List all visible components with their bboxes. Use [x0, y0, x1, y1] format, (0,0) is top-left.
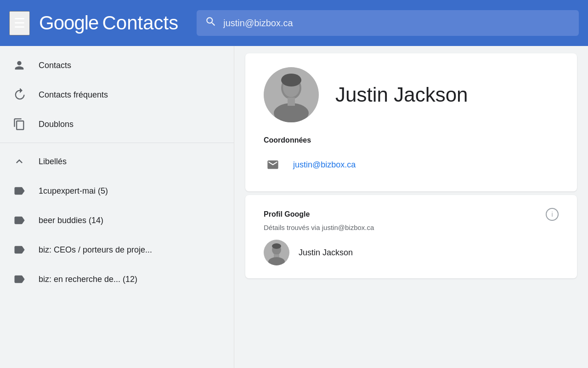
svg-rect-6: [288, 98, 295, 106]
app-logo: Google Contacts: [39, 12, 178, 34]
label-1cupexpert-text: 1cupexpert-mai (5): [39, 186, 108, 196]
logo-google-text: Google: [39, 12, 98, 34]
logo-contacts-text: Contacts: [102, 12, 178, 34]
label-tag-icon-3: [11, 242, 28, 258]
profile-name: Justin Jackson: [299, 248, 353, 258]
svg-point-4: [281, 74, 301, 86]
label-bizrecherche-text: biz: en recherche de... (12): [39, 275, 137, 284]
labels-section-header[interactable]: Libellés: [0, 147, 234, 176]
contact-header: Justin Jackson: [264, 67, 559, 122]
labels-section-label: Libellés: [39, 157, 67, 167]
label-beerbuddies-text: beer buddies (14): [39, 216, 103, 225]
sidebar-item-duplicates[interactable]: Doublons: [0, 109, 234, 139]
search-bar[interactable]: justin@bizbox.ca: [197, 10, 579, 36]
contact-name-wrap: Justin Jackson: [335, 83, 468, 106]
label-tag-icon-2: [11, 212, 28, 229]
sidebar-divider: [0, 143, 234, 143]
sidebar-item-frequent[interactable]: Contacts fréquents: [0, 80, 234, 109]
profile-avatar-small: [264, 240, 289, 265]
coordonnees-title: Coordonnées: [264, 136, 559, 144]
sidebar: Contacts Contacts fréquents Doublons Lib…: [0, 46, 234, 368]
label-tag-icon-4: [11, 271, 28, 288]
email-icon: [264, 155, 282, 174]
sidebar-item-contacts[interactable]: Contacts: [0, 51, 234, 80]
chevron-up-icon: [11, 153, 28, 170]
copy-icon: [11, 116, 28, 132]
label-tag-icon: [11, 183, 28, 199]
google-profile-header: Profil Google i: [264, 208, 559, 221]
contact-detail-panel: Justin Jackson Coordonnées justin@bizbox…: [234, 46, 588, 368]
contact-main-card: Justin Jackson Coordonnées justin@bizbox…: [245, 53, 577, 191]
duplicates-label: Doublons: [39, 120, 74, 129]
info-icon[interactable]: i: [546, 208, 559, 221]
sidebar-label-beerbuddies[interactable]: beer buddies (14): [0, 206, 234, 235]
search-icon: [205, 16, 217, 31]
google-profile-subtitle: Détails trouvés via justin@bizbox.ca: [264, 224, 559, 231]
email-row: justin@bizbox.ca: [264, 152, 559, 178]
menu-button[interactable]: ☰: [9, 11, 30, 35]
hamburger-icon: ☰: [14, 16, 25, 31]
email-link[interactable]: justin@bizbox.ca: [293, 160, 356, 170]
svg-point-5: [274, 103, 309, 122]
main-layout: Contacts Contacts fréquents Doublons Lib…: [0, 46, 588, 368]
google-profile-card: Profil Google i Détails trouvés via just…: [245, 195, 577, 278]
svg-point-9: [272, 243, 281, 249]
history-icon: [11, 86, 28, 103]
sidebar-label-bizrecherche[interactable]: biz: en recherche de... (12): [0, 264, 234, 294]
frequent-label: Contacts fréquents: [39, 90, 108, 100]
search-input-value[interactable]: justin@bizbox.ca: [223, 18, 571, 29]
contacts-icon: [11, 57, 28, 74]
contacts-label: Contacts: [39, 61, 71, 70]
sidebar-label-bizceos[interactable]: biz: CEOs / porteurs de proje...: [0, 235, 234, 264]
profile-row: Justin Jackson: [264, 240, 559, 265]
sidebar-label-1cupexpert[interactable]: 1cupexpert-mai (5): [0, 176, 234, 206]
app-header: ☰ Google Contacts justin@bizbox.ca: [0, 0, 588, 46]
google-profile-title: Profil Google: [264, 210, 540, 218]
avatar: [264, 67, 319, 122]
contact-name: Justin Jackson: [335, 83, 468, 106]
label-bizceos-text: biz: CEOs / porteurs de proje...: [39, 245, 152, 255]
